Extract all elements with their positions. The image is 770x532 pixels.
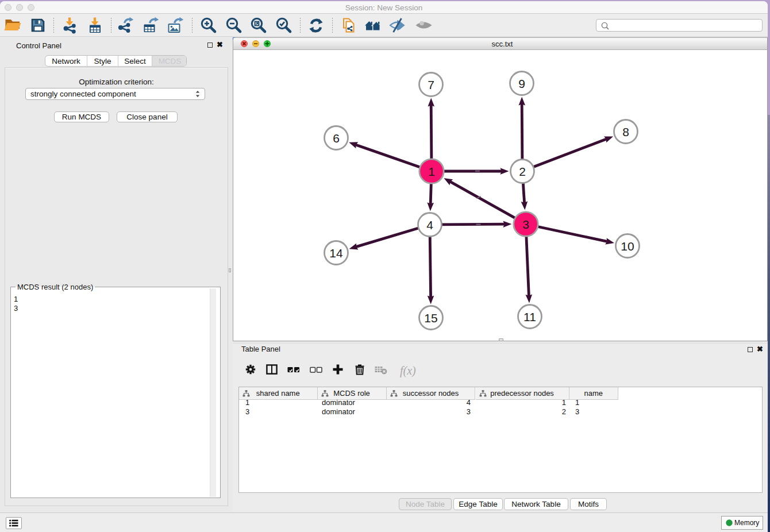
svg-text:3: 3 bbox=[522, 217, 529, 230]
svg-text:8: 8 bbox=[622, 125, 629, 138]
svg-text:9: 9 bbox=[518, 76, 525, 90]
svg-text:10: 10 bbox=[621, 239, 634, 252]
svg-text:6: 6 bbox=[333, 131, 340, 144]
svg-text:14: 14 bbox=[329, 246, 343, 259]
svg-text:4: 4 bbox=[426, 218, 433, 231]
svg-text:7: 7 bbox=[428, 78, 434, 91]
svg-text:11: 11 bbox=[523, 310, 536, 323]
svg-text:1: 1 bbox=[428, 164, 435, 178]
svg-text:15: 15 bbox=[424, 311, 437, 324]
svg-text:2: 2 bbox=[519, 164, 526, 178]
